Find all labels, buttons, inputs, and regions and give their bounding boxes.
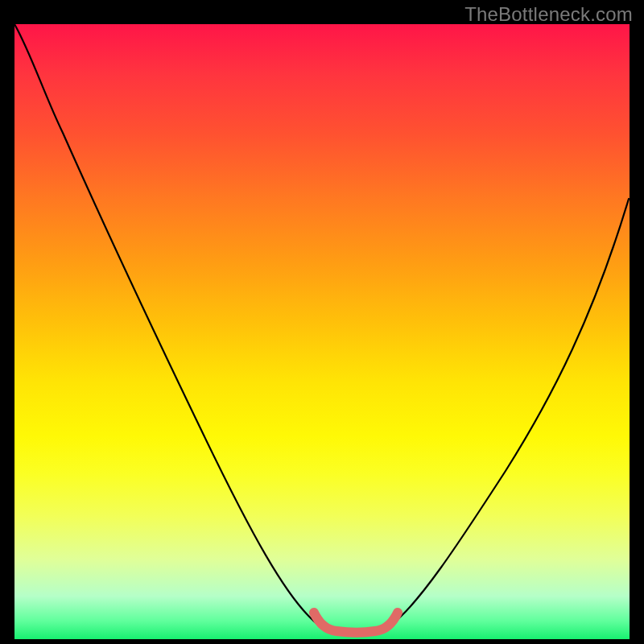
curve-layer xyxy=(14,24,630,639)
bottleneck-curve-line xyxy=(14,24,629,631)
optimal-zone-highlight xyxy=(314,613,398,633)
plot-area xyxy=(14,24,630,639)
chart-container: TheBottleneck.com xyxy=(0,0,644,644)
watermark-text: TheBottleneck.com xyxy=(464,3,633,26)
